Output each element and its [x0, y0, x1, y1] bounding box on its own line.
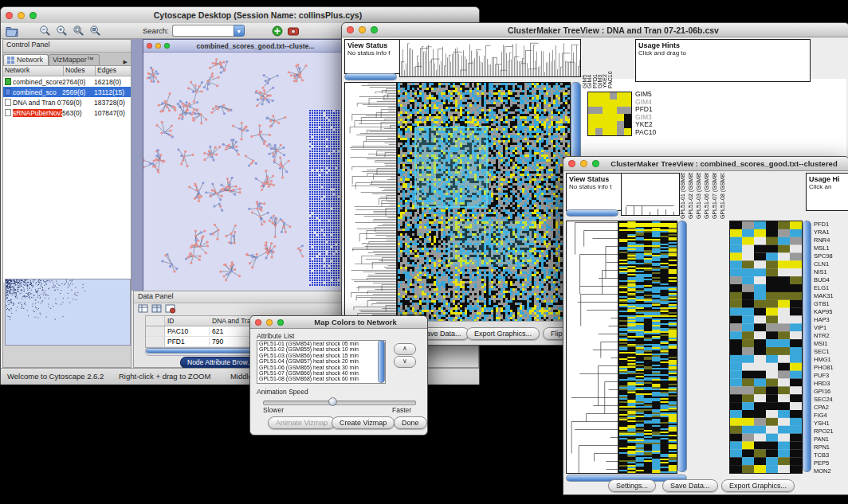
- gene-label[interactable]: PAN1: [814, 436, 847, 443]
- node-attribute-browser-button[interactable]: Node Attribute Brow...: [180, 357, 260, 369]
- treeview1-mini-hscrollbar[interactable]: [344, 73, 397, 80]
- dialog-title-bar[interactable]: Map Colors to Network: [250, 316, 427, 329]
- zoom-fit-icon[interactable]: [73, 25, 84, 37]
- gene-label[interactable]: SEC1: [814, 348, 847, 356]
- gene-label[interactable]: NTR2: [814, 332, 847, 340]
- treeview1-minimize-button[interactable]: [359, 26, 366, 33]
- gene-label[interactable]: CLN1: [814, 260, 847, 268]
- main-title-bar[interactable]: Cytoscape Desktop (Session Name: collins…: [1, 7, 479, 24]
- treeview2-zoom-heatmap[interactable]: [729, 221, 803, 474]
- gene-label[interactable]: HRD3: [814, 380, 847, 388]
- close-button[interactable]: [6, 12, 13, 19]
- col-edges[interactable]: Edges: [96, 66, 131, 76]
- col-id[interactable]: ID: [165, 317, 210, 325]
- treeview2-close-button[interactable]: [568, 160, 575, 167]
- treeview1-zoom-heatmap[interactable]: [587, 92, 632, 136]
- cell-id[interactable]: PAC10: [165, 327, 210, 335]
- treeview2-button[interactable]: Settings...: [608, 479, 656, 492]
- gene-label[interactable]: MSI1: [814, 340, 847, 348]
- minimize-button[interactable]: [18, 12, 25, 19]
- annotation-add-icon[interactable]: [272, 25, 283, 37]
- cell-id[interactable]: PFD1: [165, 338, 210, 346]
- move-up-button[interactable]: ∧: [394, 343, 416, 355]
- gene-label[interactable]: MAK31: [814, 292, 847, 300]
- network-row[interactable]: combined_scores 2764(0) 16218(0): [3, 76, 131, 87]
- network-view-close-button[interactable]: [147, 43, 152, 49]
- attribute-item[interactable]: GPL51-06 (GSM865) heat shock 30 min: [257, 365, 385, 370]
- column-label[interactable]: GIM4: [587, 39, 591, 88]
- gene-label[interactable]: PEP5: [814, 459, 847, 467]
- attribute-list-vscrollbar[interactable]: [378, 340, 385, 383]
- gene-label[interactable]: RPO21: [814, 428, 847, 436]
- network-overview-panel[interactable]: [5, 279, 131, 346]
- treeview2-minimize-button[interactable]: [580, 160, 587, 167]
- create-vizmap-button[interactable]: Create Vizmap: [332, 416, 395, 429]
- treeview2-global-heatmap[interactable]: [618, 221, 677, 474]
- attribute-item[interactable]: GPL51-02 (GSM855) heat shock 10 min: [257, 346, 385, 352]
- treeview2-title-bar[interactable]: ClusterMaker TreeView : combined_scores_…: [563, 157, 848, 171]
- col-nodes[interactable]: Nodes: [64, 66, 96, 76]
- col-network[interactable]: Network: [3, 66, 64, 76]
- network-row[interactable]: DNA and Tran 07 769(0) 183728(0): [3, 97, 131, 107]
- network-canvas[interactable]: [143, 53, 341, 291]
- treeview2-button[interactable]: Save Data...: [662, 479, 718, 492]
- gene-label[interactable]: PHO81: [814, 364, 847, 372]
- gene-label[interactable]: CPA2: [814, 404, 847, 412]
- column-label[interactable]: GPL51-07 (GSM866): [712, 173, 720, 219]
- attribute-listbox[interactable]: GPL51-01 (GSM854) heat shock 05 minGPL51…: [257, 340, 386, 384]
- treeview1-button[interactable]: Export Graphics...: [466, 327, 540, 340]
- animation-speed-slider-thumb[interactable]: [328, 397, 337, 406]
- gene-label[interactable]: GPI16: [814, 388, 847, 396]
- treeview1-heatmap[interactable]: [397, 82, 571, 322]
- treeview1-maximize-button[interactable]: [371, 26, 378, 33]
- gene-label[interactable]: RNR4: [814, 236, 847, 244]
- gene-label[interactable]: HAP3: [814, 316, 847, 324]
- zoom-in-icon[interactable]: [56, 25, 68, 37]
- network-view-minimize-button[interactable]: [155, 43, 161, 49]
- open-folder-icon[interactable]: [6, 25, 18, 37]
- tab-overflow-arrow-icon[interactable]: ▶: [120, 59, 131, 65]
- treeview2-global-vscrollbar[interactable]: [677, 221, 687, 472]
- dialog-minimize-button[interactable]: [266, 319, 273, 326]
- gene-label[interactable]: BUD4: [814, 276, 847, 284]
- network-view-title-bar[interactable]: combined_scores_good.txt--cluste...: [143, 40, 341, 53]
- network-row[interactable]: sRNAPuberNov2 563(0) 107847(0): [3, 107, 131, 118]
- network-row[interactable]: combined_sco 2569(6) 13112(15): [3, 87, 131, 97]
- attribute-item[interactable]: GPL51-08 (GSM868) heat shock 60 min: [257, 376, 385, 381]
- treeview2-button[interactable]: Export Graphics...: [721, 479, 795, 492]
- treeview1-title-bar[interactable]: ClusterMaker TreeView : DNA and Tran 07-…: [342, 23, 848, 37]
- column-label[interactable]: PAC10: [607, 39, 612, 88]
- treeview2-row-dendrogram[interactable]: [566, 221, 618, 474]
- column-label[interactable]: GPL51-02 (GSM855): [688, 173, 696, 219]
- animate-vizmap-button[interactable]: Animate Vizmap: [268, 416, 336, 429]
- treeview2-zoom-vscrollbar[interactable]: [803, 221, 811, 472]
- column-label[interactable]: GPL51-03 (GSM856): [696, 173, 704, 219]
- tab-network[interactable]: Network: [3, 54, 49, 65]
- column-label[interactable]: GPL51-06 (GSM865): [704, 173, 712, 219]
- maximize-button[interactable]: [29, 12, 37, 19]
- treeview2-maximize-button[interactable]: [592, 160, 599, 167]
- gene-label[interactable]: FIG4: [814, 412, 847, 420]
- done-button[interactable]: Done: [394, 416, 427, 429]
- network-overview-thumbnail[interactable]: [6, 279, 130, 345]
- gene-label[interactable]: YRA1: [814, 229, 847, 236]
- gene-label[interactable]: GTB1: [814, 300, 847, 308]
- treeview2-mini-hscrollbar[interactable]: [566, 209, 618, 217]
- snapshot-icon[interactable]: [288, 26, 299, 36]
- gene-label[interactable]: SPC98: [814, 252, 847, 260]
- gene-label[interactable]: KAP95: [814, 308, 847, 316]
- gene-label[interactable]: PUF3: [814, 372, 847, 380]
- gene-label[interactable]: RPN1: [814, 443, 847, 451]
- gene-label[interactable]: TCB3: [814, 451, 847, 459]
- zoom-selected-icon[interactable]: [89, 25, 101, 37]
- column-label[interactable]: GPL51-01 (GSM854): [680, 173, 688, 219]
- gene-label[interactable]: ELG1: [814, 284, 847, 292]
- gene-label[interactable]: PAC10: [635, 129, 656, 137]
- search-dropdown-arrow-icon[interactable]: ▼: [234, 25, 245, 37]
- gene-label[interactable]: VIP1: [814, 324, 847, 332]
- treeview1-row-dendrogram[interactable]: [344, 82, 397, 322]
- gene-label[interactable]: SEC24: [814, 396, 847, 404]
- attribute-item[interactable]: GPL51-04 (GSM857) heat shock 20 min: [257, 358, 385, 364]
- column-label[interactable]: GPL51-08 (GSM872): [720, 173, 728, 219]
- tab-vizmapper[interactable]: VizMapper™: [49, 54, 100, 65]
